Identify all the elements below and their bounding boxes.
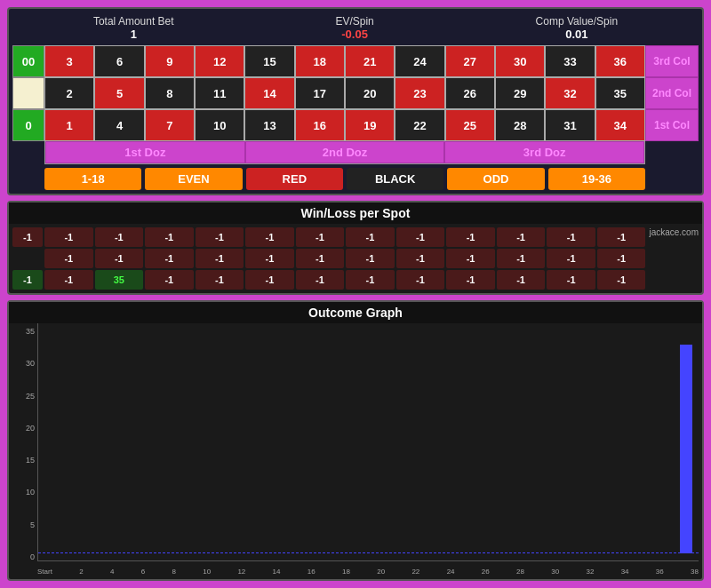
col-label-2nd[interactable]: 2nd Col (645, 77, 699, 109)
winloss-grid: -1 -1 -1-1-1-1-1-1-1-1-1-1-1-1-1-1-1-1-1… (9, 224, 702, 293)
wl-cell-r2-c8: -1 (446, 270, 495, 290)
winloss-title: Win/Loss per Spot (9, 203, 702, 224)
bet-red[interactable]: RED (246, 168, 343, 190)
x-label-34: 34 (621, 568, 629, 576)
num-cell-30[interactable]: 30 (495, 45, 545, 77)
ev-spin-block: EV/Spin -0.05 (335, 15, 373, 41)
col-label-3rd[interactable]: 3rd Col (645, 45, 699, 77)
num-cell-25[interactable]: 25 (445, 109, 495, 141)
wl-cell-r2-c5: -1 (296, 270, 345, 290)
bet-19-36[interactable]: 19-36 (548, 168, 645, 190)
graph-inner: Start 2 4 6 8 10 12 14 16 18 20 22 24 26… (37, 323, 699, 576)
wl-cell-r1-c10: -1 (547, 249, 595, 268)
num-cell-10[interactable]: 10 (195, 109, 244, 141)
num-cell-15[interactable]: 15 (244, 45, 294, 77)
double-zero-cell[interactable]: 00 (12, 45, 44, 77)
num-cell-36[interactable]: 36 (595, 45, 645, 77)
num-cell-32[interactable]: 32 (545, 77, 595, 109)
num-cell-31[interactable]: 31 (545, 109, 595, 141)
dozen-1st[interactable]: 1st Doz (45, 141, 245, 163)
wl-cell-r1-c8: -1 (446, 249, 495, 268)
y-axis: 35 30 25 20 15 10 5 0 (12, 323, 37, 576)
num-cell-12[interactable]: 12 (195, 45, 244, 77)
wl-cell-r0-c3: -1 (196, 227, 244, 247)
num-cell-23[interactable]: 23 (395, 77, 444, 109)
num-cell-34[interactable]: 34 (595, 109, 645, 141)
num-cell-7[interactable]: 7 (145, 109, 195, 141)
x-label-38: 38 (691, 568, 699, 576)
num-cell-29[interactable]: 29 (495, 77, 545, 109)
dozen-3rd[interactable]: 3rd Doz (444, 141, 644, 163)
dozen-2nd[interactable]: 2nd Doz (245, 141, 445, 163)
num-cell-8[interactable]: 8 (145, 77, 195, 109)
x-label-8: 8 (172, 568, 175, 576)
outside-bets-row: 1-18 EVEN RED BLACK ODD 19-36 (44, 168, 645, 190)
num-cell-21[interactable]: 21 (345, 45, 395, 77)
num-cell-20[interactable]: 20 (345, 77, 395, 109)
main-container: Total Amount Bet 1 EV/Spin -0.05 Comp Va… (0, 0, 711, 588)
wl-cell-r0-c6: -1 (346, 227, 395, 247)
graph-section: Outcome Graph 35 30 25 20 15 10 5 0 (7, 300, 704, 581)
single-zero-cell[interactable]: 0 (12, 109, 44, 141)
num-cell-17[interactable]: 17 (295, 77, 345, 109)
ev-spin-value: -0.05 (341, 28, 368, 41)
x-label-20: 20 (377, 568, 385, 576)
num-cell-18[interactable]: 18 (295, 45, 345, 77)
num-cell-4[interactable]: 4 (94, 109, 144, 141)
wl-cell-r0-c9: -1 (497, 227, 546, 247)
y-label-15: 15 (12, 456, 37, 465)
num-cell-13[interactable]: 13 (244, 109, 294, 141)
bet-even[interactable]: EVEN (145, 168, 242, 190)
num-cell-9[interactable]: 9 (145, 45, 195, 77)
x-label-36: 36 (656, 568, 664, 576)
num-cell-6[interactable]: 6 (94, 45, 144, 77)
wl-cell-r1-c3: -1 (196, 249, 244, 268)
wl-cell-r2-c9: -1 (497, 270, 546, 290)
num-cell-28[interactable]: 28 (495, 109, 545, 141)
x-label-32: 32 (586, 568, 594, 576)
wl-cell-r1-c7: -1 (396, 249, 445, 268)
ev-spin-label: EV/Spin (335, 15, 373, 28)
comp-spin-block: Comp Value/Spin 0.01 (536, 15, 619, 41)
x-label-10: 10 (203, 568, 211, 576)
num-cell-22[interactable]: 22 (395, 109, 444, 141)
outcome-bar (680, 345, 692, 553)
bet-1-18[interactable]: 1-18 (44, 168, 141, 190)
x-label-22: 22 (411, 568, 419, 576)
num-cell-19[interactable]: 19 (345, 109, 395, 141)
num-cell-3[interactable]: 3 (44, 45, 94, 77)
wl-cell-r2-c0: -1 (44, 270, 93, 290)
wl-cell-r2-c3: -1 (196, 270, 244, 290)
y-label-10: 10 (12, 488, 37, 497)
roulette-section: Total Amount Bet 1 EV/Spin -0.05 Comp Va… (7, 7, 704, 195)
wl-cell-r2-c2: -1 (145, 270, 194, 290)
num-cell-11[interactable]: 11 (195, 77, 244, 109)
num-cell-26[interactable]: 26 (445, 77, 495, 109)
col-label-1st[interactable]: 1st Col (645, 109, 699, 141)
num-cell-16[interactable]: 16 (295, 109, 345, 141)
num-cell-2[interactable]: 2 (44, 77, 94, 109)
num-cell-24[interactable]: 24 (395, 45, 444, 77)
wl-cell-r1-c0: -1 (44, 249, 93, 268)
wl-cell-r0-c0: -1 (44, 227, 93, 247)
wl-cell-r1-c4: -1 (245, 249, 294, 268)
x-label-14: 14 (273, 568, 281, 576)
y-label-30: 30 (12, 359, 37, 368)
bet-black[interactable]: BLACK (347, 168, 443, 190)
wl-cell-r1-c9: -1 (497, 249, 546, 268)
num-cell-1[interactable]: 1 (44, 109, 94, 141)
stats-row: Total Amount Bet 1 EV/Spin -0.05 Comp Va… (12, 12, 699, 45)
num-cell-33[interactable]: 33 (545, 45, 595, 77)
wl-cell-r1-c11: -1 (597, 249, 646, 268)
wl-cell-r2-c1: 35 (95, 270, 144, 290)
bet-odd[interactable]: ODD (447, 168, 544, 190)
num-cell-27[interactable]: 27 (445, 45, 495, 77)
num-cell-5[interactable]: 5 (94, 77, 144, 109)
x-label-26: 26 (482, 568, 490, 576)
graph-title: Outcome Graph (9, 302, 702, 323)
num-cell-14[interactable]: 14 (244, 77, 294, 109)
x-label-6: 6 (141, 568, 145, 576)
total-bet-block: Total Amount Bet 1 (93, 15, 174, 41)
num-cell-35[interactable]: 35 (595, 77, 645, 109)
zero-line (38, 552, 699, 553)
